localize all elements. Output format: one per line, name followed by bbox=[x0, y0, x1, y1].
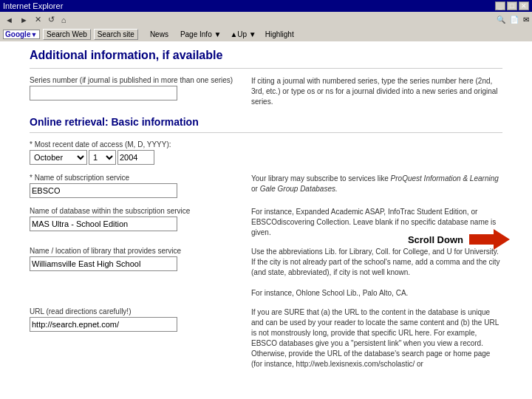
maximize-button[interactable]: □ bbox=[507, 1, 517, 10]
database-label: Name of database within the subscription… bbox=[30, 207, 236, 215]
section1-divider bbox=[30, 68, 502, 69]
scroll-down-text: Scroll Down bbox=[408, 234, 463, 245]
url-left: URL (read directions carefully!) bbox=[30, 307, 236, 369]
year-input[interactable] bbox=[117, 150, 154, 165]
google-box: Google ▼ bbox=[3, 30, 40, 39]
back-button[interactable]: ◄ bbox=[3, 14, 16, 26]
home-button[interactable]: ⌂ bbox=[59, 14, 69, 26]
page-content: Additional information, if available Ser… bbox=[0, 41, 532, 389]
url-input[interactable] bbox=[30, 317, 177, 332]
database-left: Name of database within the subscription… bbox=[30, 207, 236, 238]
library-input[interactable] bbox=[30, 256, 177, 271]
page-info-link[interactable]: Page Info ▼ bbox=[180, 30, 222, 38]
news-link[interactable]: News bbox=[150, 30, 168, 38]
day-select[interactable]: 1234 5678 9101112 13141516 bbox=[89, 150, 116, 165]
toolbar-row1: ◄ ► ✕ ↺ ⌂ 🔍 📄 ✉ bbox=[0, 12, 532, 27]
section1: Additional information, if available Ser… bbox=[30, 49, 502, 107]
toolbar-icons: 🔍 📄 ✉ bbox=[497, 16, 529, 24]
scroll-indicator: Scroll Down bbox=[408, 229, 510, 250]
date-inputs: October JanuaryFebruaryMarch AprilMayJun… bbox=[30, 150, 236, 165]
window-title: Internet Explorer bbox=[3, 1, 63, 10]
toolbar-icon-2: 📄 bbox=[510, 16, 519, 24]
forward-button[interactable]: ► bbox=[18, 14, 30, 26]
search-site-button[interactable]: Search site bbox=[94, 29, 138, 40]
url-label: URL (read directions carefully!) bbox=[30, 307, 236, 316]
date-row: * Most recent date of access (M, D, YYYY… bbox=[30, 140, 502, 165]
url-help: If you are SURE that (a) the URL to the … bbox=[251, 307, 502, 369]
url-row: URL (read directions carefully!) If you … bbox=[30, 307, 502, 369]
highlight-link[interactable]: Highlight bbox=[265, 30, 294, 38]
window-controls: _ □ ✕ bbox=[495, 1, 529, 10]
subscription-left: * Name of subscription service bbox=[30, 174, 236, 198]
address-bar-row: Google ▼ Search Web Search site News Pag… bbox=[0, 27, 532, 41]
library-row: Name / location of library that provides… bbox=[30, 247, 502, 299]
search-web-button[interactable]: Search Web bbox=[43, 29, 91, 40]
google-label: Google bbox=[5, 30, 30, 38]
title-bar: Internet Explorer _ □ ✕ bbox=[0, 0, 532, 12]
series-row: Series number (if journal is published i… bbox=[30, 76, 502, 107]
date-label: * Most recent date of access (M, D, YYYY… bbox=[30, 140, 236, 149]
toolbar-icon-1: 🔍 bbox=[497, 16, 505, 24]
subscription-help: Your library may subscribe to services l… bbox=[251, 174, 502, 198]
subscription-label: * Name of subscription service bbox=[30, 174, 236, 182]
scroll-arrow-icon bbox=[469, 229, 510, 250]
minimize-button[interactable]: _ bbox=[495, 1, 505, 10]
library-label: Name / location of library that provides… bbox=[30, 247, 236, 255]
section1-title: Additional information, if available bbox=[30, 49, 502, 62]
date-left: * Most recent date of access (M, D, YYYY… bbox=[30, 140, 236, 165]
library-help-1: Use the abbreviations Lib. for Library, … bbox=[251, 248, 500, 276]
subscription-input[interactable] bbox=[30, 183, 177, 198]
subscription-row: * Name of subscription service Your libr… bbox=[30, 174, 502, 198]
section2-title: Online retrieval: Basic information bbox=[30, 116, 502, 128]
series-help: If citing a journal with numbered series… bbox=[251, 76, 502, 107]
library-help-2: For instance, Ohlone School Lib., Palo A… bbox=[251, 289, 408, 297]
stop-button[interactable]: ✕ bbox=[33, 13, 44, 26]
section2: Online retrieval: Basic information * Mo… bbox=[30, 116, 502, 369]
up-link[interactable]: ▲Up ▼ bbox=[230, 30, 256, 38]
month-select[interactable]: October JanuaryFebruaryMarch AprilMayJun… bbox=[30, 150, 87, 165]
toolbar-icon-3: ✉ bbox=[523, 16, 529, 24]
refresh-button[interactable]: ↺ bbox=[46, 13, 57, 26]
series-label: Series number (if journal is published i… bbox=[30, 76, 236, 84]
section2-divider bbox=[30, 132, 502, 133]
google-dropdown-icon[interactable]: ▼ bbox=[30, 31, 37, 38]
library-left: Name / location of library that provides… bbox=[30, 247, 236, 299]
series-input[interactable] bbox=[30, 86, 177, 100]
library-help: Use the abbreviations Lib. for Library, … bbox=[251, 247, 502, 299]
series-left: Series number (if journal is published i… bbox=[30, 76, 236, 107]
date-right bbox=[251, 140, 502, 165]
database-input[interactable] bbox=[30, 216, 177, 231]
close-button[interactable]: ✕ bbox=[519, 1, 529, 10]
